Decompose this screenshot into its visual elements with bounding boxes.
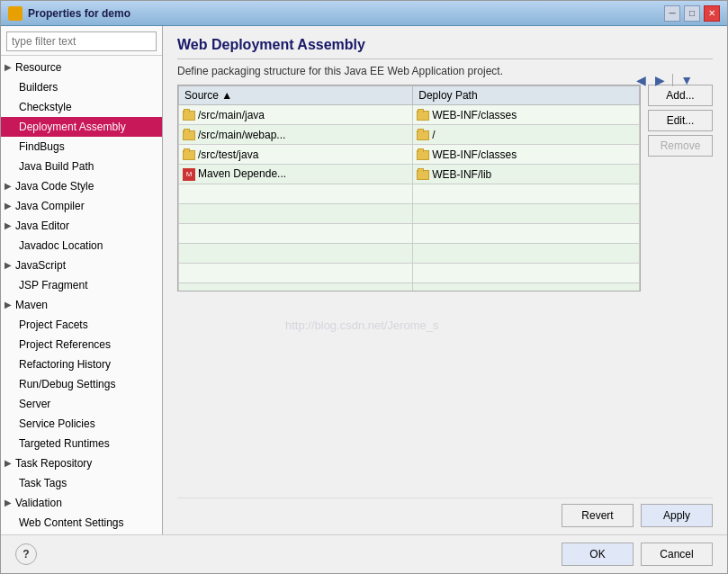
empty-table-row (179, 184, 640, 204)
nav-arrows: ◀ ▶ ▼ (633, 71, 697, 89)
window-controls: ─ □ ✕ (664, 5, 720, 22)
empty-table-row (179, 283, 640, 291)
sidebar-item-builders[interactable]: Builders (1, 77, 162, 97)
sidebar-item-java-build-path[interactable]: Java Build Path (1, 157, 162, 176)
maximize-button[interactable]: □ (684, 5, 700, 22)
table-row[interactable]: /src/main/javaWEB-INF/classes (179, 105, 640, 125)
sidebar-item-java-code-style[interactable]: ▶Java Code Style (1, 176, 162, 196)
sidebar-item-label: Server (19, 396, 155, 412)
help-button[interactable]: ? (15, 543, 37, 565)
sidebar-item-deployment-assembly[interactable]: Deployment Assembly (1, 117, 162, 137)
revert-button[interactable]: Revert (562, 504, 634, 527)
sidebar-item-service-policies[interactable]: Service Policies (1, 414, 162, 434)
sidebar-item-label: Java Editor (15, 218, 155, 234)
sidebar-item-label: Web Content Settings (19, 515, 155, 531)
sidebar-item-task-tags[interactable]: Task Tags (1, 473, 162, 493)
nav-dropdown-button[interactable]: ▼ (677, 71, 697, 89)
apply-button[interactable]: Apply (641, 504, 713, 527)
sidebar-item-maven[interactable]: ▶Maven (1, 295, 162, 315)
main-content: ▶ResourceBuildersCheckstyleDeployment As… (1, 26, 727, 534)
title-bar: Properties for demo ─ □ ✕ (1, 1, 727, 26)
sidebar-item-java-compiler[interactable]: ▶Java Compiler (1, 196, 162, 216)
ok-button[interactable]: OK (562, 543, 634, 566)
sidebar-item-findbugs[interactable]: FindBugs (1, 137, 162, 157)
sidebar-item-label: Checkstyle (19, 99, 155, 115)
minimize-button[interactable]: ─ (664, 5, 680, 22)
empty-cell (179, 204, 413, 224)
cancel-button[interactable]: Cancel (641, 543, 713, 566)
sidebar-item-java-editor[interactable]: ▶Java Editor (1, 216, 162, 236)
sidebar-item-web-content-settings[interactable]: Web Content Settings (1, 513, 162, 533)
sidebar-item-targeted-runtimes[interactable]: Targeted Runtimes (1, 434, 162, 453)
table-row[interactable]: /src/test/javaWEB-INF/classes (179, 145, 640, 165)
col-header-source[interactable]: Source ▲ (179, 86, 413, 105)
expand-arrow-icon: ▶ (4, 218, 15, 234)
sidebar-item-validation[interactable]: ▶Validation (1, 493, 162, 513)
properties-window: Properties for demo ─ □ ✕ ▶ResourceBuild… (0, 0, 728, 574)
sidebar-item-javascript[interactable]: ▶JavaScript (1, 256, 162, 275)
empty-table-row (179, 264, 640, 283)
sidebar-item-label: Refactoring History (19, 356, 155, 372)
deploy-path-cell: / (413, 125, 640, 145)
sidebar-item-label: FindBugs (19, 139, 155, 155)
filter-input[interactable] (6, 31, 157, 51)
col-header-deploy-path[interactable]: Deploy Path (413, 86, 640, 105)
sidebar-item-label: Java Code Style (15, 178, 155, 194)
sidebar-item-label: Task Tags (19, 475, 155, 491)
sidebar-list: ▶ResourceBuildersCheckstyleDeployment As… (1, 56, 162, 534)
bottom-left: ? (15, 543, 554, 565)
sidebar-item-label: Project Facets (19, 317, 155, 333)
maven-icon: M (183, 168, 195, 181)
remove-button[interactable]: Remove (648, 135, 713, 157)
sidebar: ▶ResourceBuildersCheckstyleDeployment As… (1, 26, 163, 534)
nav-forward-button[interactable]: ▶ (652, 71, 669, 89)
sidebar-item-checkstyle[interactable]: Checkstyle (1, 97, 162, 117)
empty-cell (413, 244, 640, 264)
nav-back-button[interactable]: ◀ (633, 71, 650, 89)
empty-cell (413, 224, 640, 244)
sidebar-item-resource[interactable]: ▶Resource (1, 58, 162, 77)
sidebar-item-label: Validation (15, 495, 155, 511)
sidebar-item-project-references[interactable]: Project References (1, 335, 162, 354)
folder-icon (417, 111, 429, 121)
bottom-bar: ? OK Cancel (1, 534, 727, 573)
sidebar-item-javadoc-location[interactable]: Javadoc Location (1, 236, 162, 256)
sidebar-item-server[interactable]: Server (1, 394, 162, 414)
sidebar-item-label: Service Policies (19, 416, 155, 432)
table-scroll[interactable]: Source ▲ Deploy Path /src/main/javaWEB-I… (177, 85, 641, 291)
source-cell: /src/main/webap... (179, 125, 413, 145)
sidebar-item-label: Java Compiler (15, 198, 155, 214)
table-row[interactable]: MMaven Depende...WEB-INF/lib (179, 165, 640, 184)
sidebar-item-label: Task Repository (15, 455, 155, 471)
empty-cell (413, 204, 640, 224)
watermark: http://blog.csdn.net/Jerome_s (285, 318, 439, 332)
folder-icon (417, 170, 429, 180)
folder-icon (417, 150, 429, 160)
empty-cell (179, 283, 413, 291)
sidebar-item-task-repository[interactable]: ▶Task Repository (1, 453, 162, 473)
sidebar-item-project-facets[interactable]: Project Facets (1, 315, 162, 335)
deploy-table: Source ▲ Deploy Path /src/main/javaWEB-I… (178, 85, 640, 291)
sidebar-item-label: Maven (15, 297, 155, 313)
sidebar-item-jsp-fragment[interactable]: JSP Fragment (1, 275, 162, 295)
sidebar-item-refactoring-history[interactable]: Refactoring History (1, 354, 162, 374)
expand-arrow-icon: ▶ (4, 455, 15, 471)
edit-button[interactable]: Edit... (648, 110, 713, 131)
expand-arrow-icon: ▶ (4, 495, 15, 511)
empty-table-row (179, 244, 640, 264)
expand-arrow-icon: ▶ (4, 257, 15, 274)
sidebar-item-label: JSP Fragment (19, 277, 155, 293)
empty-table-row (179, 224, 640, 244)
expand-arrow-icon: ▶ (4, 198, 15, 214)
empty-table-row (179, 204, 640, 224)
close-button[interactable]: ✕ (704, 5, 720, 22)
expand-arrow-icon: ▶ (4, 297, 15, 313)
deploy-path-cell: WEB-INF/lib (413, 165, 640, 184)
table-row[interactable]: /src/main/webap.../ (179, 125, 640, 145)
sidebar-item-label: Java Build Path (19, 158, 155, 175)
window-icon (8, 6, 22, 21)
deploy-path-cell: WEB-INF/classes (413, 145, 640, 165)
sidebar-item-label: Resource (15, 59, 155, 76)
sidebar-item-run-debug-settings[interactable]: Run/Debug Settings (1, 374, 162, 394)
empty-cell (413, 264, 640, 283)
